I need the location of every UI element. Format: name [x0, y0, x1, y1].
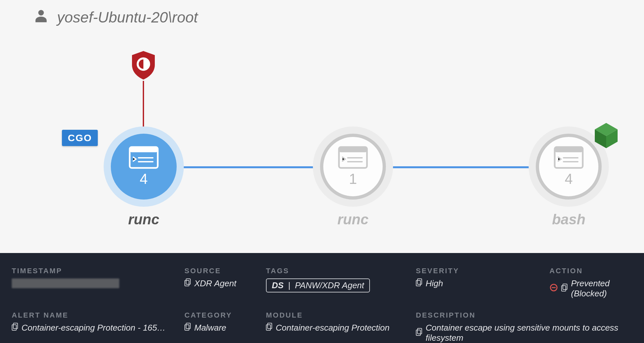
- shield-alert-icon: [130, 50, 156, 80]
- svg-rect-6: [339, 147, 367, 152]
- terminal-icon: [554, 146, 584, 169]
- action-value: Prevented (Blocked): [571, 278, 632, 299]
- module-value: Container-escaping Protection: [276, 323, 389, 333]
- edge: [176, 166, 316, 168]
- process-node-runc[interactable]: 1 runc: [313, 127, 393, 207]
- node-count: 4: [140, 171, 148, 187]
- alert-details-panel: TIMESTAMP SOURCE XDR Agent TAGS DS | PAN…: [0, 253, 644, 343]
- module-label: MODULE: [266, 311, 416, 320]
- tag-pill[interactable]: DS | PANW/XDR Agent: [266, 278, 370, 292]
- edge-alert: [143, 81, 144, 129]
- severity-value: High: [426, 278, 443, 289]
- svg-rect-19: [416, 280, 420, 286]
- copy-icon[interactable]: [416, 278, 422, 289]
- tag-value: PANW/XDR Agent: [295, 280, 364, 291]
- copy-icon[interactable]: [561, 284, 568, 294]
- node-count: 1: [349, 171, 357, 187]
- svg-rect-30: [417, 328, 422, 334]
- field-timestamp: TIMESTAMP: [12, 267, 184, 299]
- svg-rect-22: [563, 284, 567, 290]
- action-label: ACTION: [549, 267, 632, 275]
- description-label: DESCRIPTION: [416, 311, 632, 320]
- field-severity: SEVERITY High: [416, 267, 549, 299]
- timestamp-redacted: [12, 278, 119, 288]
- copy-icon[interactable]: [184, 278, 191, 289]
- node-count: 4: [565, 171, 573, 187]
- field-module: MODULE Container-escaping Protection: [266, 311, 416, 343]
- field-category: CATEGORY Malware: [184, 311, 266, 343]
- field-tags: TAGS DS | PANW/XDR Agent: [266, 267, 416, 299]
- field-alert-name: ALERT NAME Container-escaping Protection…: [12, 311, 184, 343]
- description-value: Container escape using sensitive mounts …: [426, 323, 632, 343]
- terminal-icon: [129, 146, 159, 169]
- blocked-icon: [549, 283, 558, 294]
- alertname-label: ALERT NAME: [12, 311, 184, 320]
- timestamp-label: TIMESTAMP: [12, 267, 184, 275]
- svg-rect-25: [12, 325, 16, 330]
- svg-rect-24: [13, 323, 18, 329]
- svg-rect-2: [130, 147, 158, 152]
- category-label: CATEGORY: [184, 311, 266, 320]
- tags-label: TAGS: [266, 267, 416, 275]
- tag-sep: |: [288, 280, 290, 291]
- field-source: SOURCE XDR Agent: [184, 267, 266, 299]
- terminal-icon: [338, 146, 368, 169]
- svg-rect-17: [185, 280, 189, 286]
- svg-rect-26: [186, 323, 190, 329]
- node-label: bash: [529, 211, 609, 228]
- copy-icon[interactable]: [266, 323, 272, 333]
- svg-rect-23: [562, 286, 566, 291]
- svg-rect-27: [185, 325, 189, 330]
- svg-rect-10: [555, 147, 583, 152]
- severity-label: SEVERITY: [416, 267, 549, 275]
- causality-graph: yosef-Ubuntu-20\root CGO: [0, 0, 644, 253]
- user-label: yosef-Ubuntu-20\root: [57, 8, 198, 26]
- copy-icon[interactable]: [416, 328, 422, 338]
- svg-rect-28: [268, 323, 272, 329]
- user-icon: [34, 9, 48, 26]
- svg-rect-31: [416, 330, 420, 336]
- field-description: DESCRIPTION Container escape using sensi…: [416, 311, 632, 343]
- tag-ds: DS: [272, 280, 284, 291]
- field-action: ACTION Prevented (Blocked): [549, 267, 632, 299]
- source-label: SOURCE: [184, 267, 266, 275]
- cgo-badge: CGO: [62, 130, 98, 146]
- edge: [388, 166, 533, 168]
- svg-rect-18: [417, 279, 422, 284]
- node-label: runc: [104, 211, 184, 228]
- user-header: yosef-Ubuntu-20\root: [34, 8, 198, 26]
- copy-icon[interactable]: [12, 323, 18, 333]
- source-value: XDR Agent: [194, 278, 236, 289]
- container-cube-icon: [593, 121, 619, 149]
- copy-icon[interactable]: [184, 323, 191, 333]
- svg-rect-29: [266, 325, 271, 330]
- process-node-runc-active[interactable]: 4 runc: [104, 127, 184, 207]
- node-label: runc: [313, 211, 393, 228]
- cgo-badge-text: CGO: [68, 132, 92, 143]
- alertname-value: Container-escaping Protection - 165…: [22, 323, 166, 333]
- svg-rect-16: [186, 279, 190, 284]
- category-value: Malware: [194, 323, 226, 333]
